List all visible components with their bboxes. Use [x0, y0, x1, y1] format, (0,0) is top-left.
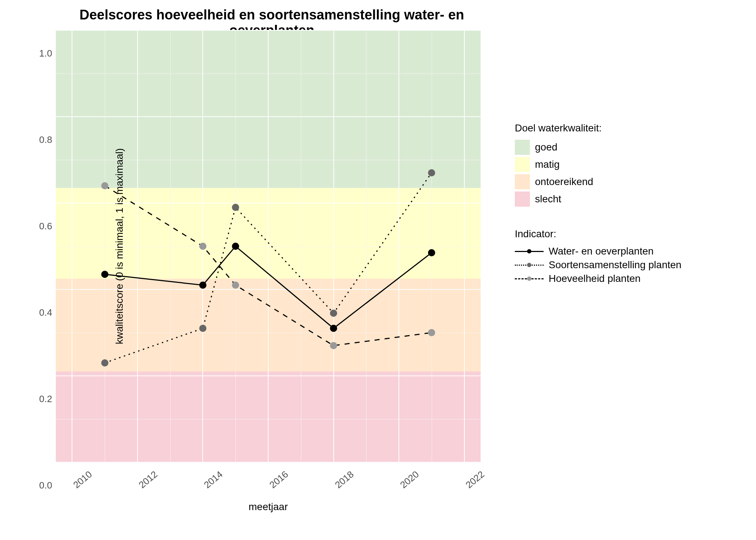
legend-swatch — [515, 174, 530, 189]
y-tick: 0.2 — [31, 393, 52, 405]
legend: Doel waterkwaliteit: goedmatigontoereike… — [500, 7, 734, 533]
data-point — [428, 329, 435, 336]
legend-quality-item: goed — [515, 140, 734, 155]
legend-quality-item: ontoereikend — [515, 174, 734, 189]
series-line — [105, 246, 432, 328]
legend-quality-item: matig — [515, 157, 734, 172]
data-point — [101, 182, 108, 189]
chart-container: Deelscores hoeveelheid en soortensamenst… — [0, 0, 756, 540]
legend-label: Soortensamenstelling planten — [549, 259, 681, 271]
legend-label: matig — [535, 159, 559, 170]
data-point — [199, 243, 206, 250]
chart-panel: Deelscores hoeveelheid en soortensamenst… — [7, 7, 500, 533]
plot-box: kwaliteitscore (0 is minimaal, 1 is maxi… — [56, 30, 481, 462]
legend-swatch — [515, 157, 530, 172]
y-tick: 1.0 — [31, 48, 52, 59]
series-line — [105, 186, 432, 346]
legend-label: ontoereikend — [535, 176, 593, 188]
y-tick: 0.4 — [31, 307, 52, 318]
legend-quality-title: Doel waterkwaliteit: — [515, 122, 734, 134]
legend-label: slecht — [535, 193, 561, 205]
legend-line-sample — [515, 246, 544, 257]
x-tick: 2020 — [398, 469, 421, 491]
data-point — [330, 342, 337, 349]
legend-indicator-item: Hoeveelheid planten — [515, 273, 734, 284]
data-point — [428, 169, 435, 176]
x-tick: 2022 — [463, 469, 486, 491]
x-tick: 2014 — [202, 469, 225, 491]
y-tick: 0.0 — [31, 480, 52, 491]
data-point — [232, 204, 239, 211]
legend-indicator-item: Water- en oeverplanten — [515, 246, 734, 257]
data-point — [101, 359, 108, 366]
legend-swatch — [515, 140, 530, 155]
data-point — [428, 249, 435, 256]
legend-quality-items: goedmatigontoereikendslecht — [515, 140, 734, 207]
legend-indicator-item: Soortensamenstelling planten — [515, 259, 734, 271]
series-line — [105, 173, 432, 363]
legend-label: Water- en oeverplanten — [549, 246, 654, 257]
x-axis-label: meetjaar — [56, 501, 481, 513]
x-tick: 2016 — [267, 469, 291, 491]
y-tick: 0.8 — [31, 134, 52, 145]
legend-swatch — [515, 192, 530, 207]
data-point — [199, 325, 206, 332]
x-tick: 2018 — [333, 469, 356, 491]
data-point — [330, 310, 337, 317]
x-tick: 2012 — [136, 469, 159, 491]
data-point — [232, 282, 239, 289]
data-point — [101, 271, 108, 278]
y-axis-label: kwaliteitscore (0 is minimaal, 1 is maxi… — [114, 148, 125, 345]
legend-indicator-title: Indicator: — [515, 228, 734, 240]
data-point — [232, 243, 239, 250]
legend-label: Hoeveelheid planten — [549, 273, 640, 284]
legend-indicator-items: Water- en oeverplantenSoortensamenstelli… — [515, 246, 734, 284]
legend-line-sample — [515, 260, 544, 270]
legend-quality-item: slecht — [515, 192, 734, 207]
x-tick: 2010 — [71, 469, 94, 491]
legend-label: goed — [535, 141, 557, 153]
data-point — [330, 325, 337, 332]
data-point — [199, 282, 206, 289]
legend-line-sample — [515, 273, 544, 284]
y-tick: 0.6 — [31, 221, 52, 232]
